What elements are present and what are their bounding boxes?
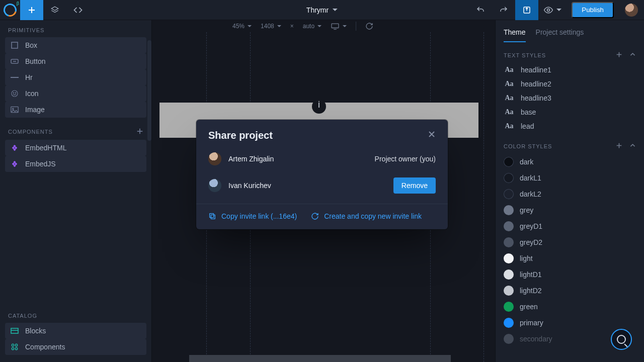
svg-point-15	[12, 347, 14, 349]
svg-point-8	[15, 93, 16, 93]
close-button[interactable]	[428, 130, 436, 141]
color-style-label: grey	[520, 206, 533, 214]
color-style-item[interactable]: lightD2	[500, 283, 640, 299]
text-style-icon: Aa	[504, 94, 515, 102]
zoom-control[interactable]: 45%	[232, 23, 252, 30]
add-button[interactable]	[20, 0, 43, 20]
chevron-up-icon	[629, 51, 636, 58]
scrollbar[interactable]	[147, 40, 151, 141]
add-color-style-button[interactable]	[616, 142, 622, 150]
catalog-label: Components	[25, 343, 65, 351]
undo-button[interactable]	[469, 0, 492, 20]
beta-badge: β	[17, 1, 19, 6]
color-swatch	[504, 173, 514, 183]
tab-project-settings[interactable]: Project settings	[536, 28, 584, 42]
catalog-label: CATALOG	[8, 313, 37, 319]
color-swatch	[504, 189, 514, 199]
color-style-label: greyD1	[520, 222, 542, 230]
height-control[interactable]: auto	[303, 23, 321, 30]
modal-footer: Copy invite link (...16e4) Create and co…	[196, 204, 448, 229]
text-style-item[interactable]: Aabase	[500, 105, 640, 119]
left-panel-bottom: CATALOG Blocks Components	[0, 306, 151, 362]
color-style-item[interactable]: darkL1	[500, 170, 640, 186]
chevron-down-icon	[317, 25, 321, 27]
primitive-button[interactable]: Button	[5, 53, 146, 69]
color-style-item[interactable]: dark	[500, 154, 640, 170]
help-button[interactable]	[611, 329, 632, 350]
text-style-label: base	[521, 108, 536, 116]
color-style-item[interactable]: greyD2	[500, 234, 640, 250]
remove-member-button[interactable]: Remove	[393, 177, 436, 194]
canvas-block[interactable]	[189, 355, 451, 362]
primitives-list: Box Button Hr Icon Image	[0, 37, 151, 121]
add-text-style-button[interactable]	[616, 51, 622, 59]
svg-point-7	[13, 93, 14, 93]
guide-line	[484, 32, 484, 362]
layers-icon	[50, 6, 59, 15]
color-style-item[interactable]: greyD1	[500, 218, 640, 234]
color-style-item[interactable]: green	[500, 299, 640, 315]
catalog-blocks[interactable]: Blocks	[5, 323, 146, 339]
color-style-item[interactable]: light	[500, 250, 640, 266]
project-switcher[interactable]: Thrymr	[306, 6, 338, 14]
color-swatch	[504, 318, 514, 328]
primitive-icon[interactable]: Icon	[5, 85, 146, 102]
svg-rect-17	[211, 215, 215, 219]
modal-title: Share project	[208, 130, 273, 141]
text-style-item[interactable]: Aalead	[500, 119, 640, 133]
plus-icon	[28, 6, 36, 14]
tab-theme[interactable]: Theme	[504, 28, 526, 42]
plus-icon	[616, 51, 622, 58]
text-style-item[interactable]: Aaheadline2	[500, 77, 640, 91]
device-preset[interactable]	[331, 23, 347, 30]
component-embedhtml[interactable]: EmbedHTML	[5, 140, 146, 156]
zoom-value: 45%	[232, 23, 245, 30]
collapse-section-button[interactable]	[629, 51, 636, 59]
component-embedjs[interactable]: EmbedJS	[5, 156, 146, 172]
page-infotip[interactable]: i	[312, 100, 326, 114]
user-avatar[interactable]	[625, 4, 638, 17]
modal-header: Share project	[196, 120, 448, 146]
primitive-box[interactable]: Box	[5, 37, 146, 53]
layers-button[interactable]	[43, 0, 66, 20]
share-icon	[522, 6, 531, 15]
copy-invite-link[interactable]: Copy invite link (...16e4)	[208, 212, 297, 220]
color-swatch	[504, 221, 514, 231]
preview-button[interactable]	[538, 0, 567, 20]
publish-button[interactable]: Publish	[572, 2, 614, 18]
topbar-left: β	[0, 0, 90, 20]
color-style-item[interactable]: primary	[500, 315, 640, 331]
redo-button[interactable]	[492, 0, 515, 20]
share-button[interactable]	[515, 0, 538, 20]
primitive-image[interactable]: Image	[5, 102, 146, 118]
width-control[interactable]: 1408	[261, 23, 281, 30]
color-swatch	[504, 269, 514, 280]
color-style-label: dark	[520, 158, 533, 166]
right-panel-tabs: Theme Project settings	[496, 20, 644, 42]
button-icon	[10, 58, 19, 64]
create-new-invite-link[interactable]: Create and copy new invite link	[311, 212, 422, 220]
primitive-hr[interactable]: Hr	[5, 69, 146, 85]
text-style-item[interactable]: Aaheadline1	[500, 63, 640, 77]
primitives-label: PRIMITIVES	[8, 27, 44, 33]
color-style-label: darkL1	[520, 174, 541, 182]
plus-icon	[616, 142, 622, 149]
text-styles-heading: TEXT STYLES	[496, 42, 644, 63]
text-style-item[interactable]: Aaheadline3	[500, 91, 640, 105]
color-style-item[interactable]: lightD1	[500, 266, 640, 283]
chevron-down-icon	[248, 25, 252, 27]
color-style-item[interactable]: grey	[500, 202, 640, 218]
catalog-heading: CATALOG	[0, 306, 151, 323]
svg-point-13	[12, 344, 14, 346]
component-label: EmbedJS	[25, 160, 56, 168]
catalog-components[interactable]: Components	[5, 339, 146, 355]
color-style-item[interactable]: darkL2	[500, 186, 640, 202]
collapse-section-button[interactable]	[629, 142, 636, 150]
code-button[interactable]	[66, 0, 90, 20]
refresh-button[interactable]	[365, 22, 373, 30]
app-logo[interactable]: β	[0, 0, 20, 20]
primitive-label: Image	[25, 106, 45, 114]
color-swatch	[504, 205, 514, 215]
add-component-button[interactable]	[136, 128, 143, 136]
chevron-down-icon	[556, 9, 561, 11]
